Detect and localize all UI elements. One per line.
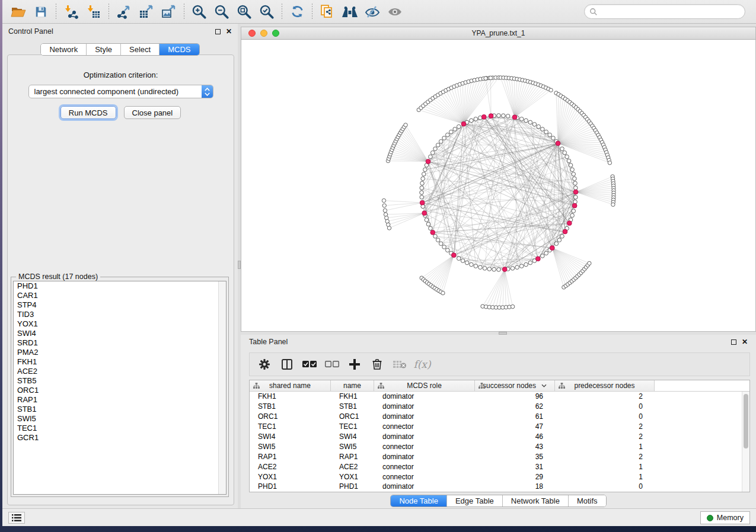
run-mcds-button[interactable]: Run MCDS: [60, 106, 116, 119]
hide-selection-eye-icon[interactable]: [361, 3, 384, 21]
mcds-result-item[interactable]: SWI5: [14, 414, 226, 424]
node-table[interactable]: shared namenameMCDS rolesuccessor nodesp…: [249, 380, 750, 492]
refresh-icon[interactable]: [286, 3, 308, 21]
table-row[interactable]: RAP1RAP1dominator352: [250, 451, 749, 462]
float-panel-icon[interactable]: [731, 339, 736, 345]
mcds-result-item[interactable]: RAP1: [14, 395, 226, 405]
open-file-icon[interactable]: [7, 3, 30, 21]
table-row[interactable]: TEC1TEC1connector472: [250, 422, 749, 432]
deselect-all-checkboxes-icon[interactable]: [322, 356, 342, 373]
close-panel-icon[interactable]: ✕: [226, 29, 232, 34]
mcds-result-item[interactable]: SRD1: [14, 338, 226, 348]
mcds-result-item[interactable]: SWI4: [14, 329, 226, 338]
close-panel-button[interactable]: Close panel: [124, 106, 181, 119]
table-cell: PHD1: [331, 482, 374, 491]
mcds-result-item[interactable]: ORC1: [14, 386, 226, 395]
dropdown-stepper-icon: [202, 85, 213, 98]
memory-button[interactable]: Memory: [700, 511, 750, 524]
clone-network-icon[interactable]: [316, 3, 339, 21]
export-table-icon[interactable]: [135, 3, 158, 21]
table-row[interactable]: STB1STB1dominator620: [250, 402, 749, 412]
tab-network[interactable]: Network: [41, 44, 87, 55]
mcds-list-scrollbar[interactable]: [218, 281, 226, 494]
table-row[interactable]: SWI4SWI4dominator462: [250, 432, 749, 442]
table-row[interactable]: ACE2ACE2connector311: [250, 462, 749, 472]
mcds-result-item[interactable]: PMA2: [14, 348, 226, 357]
mcds-result-item[interactable]: STP4: [14, 300, 226, 310]
right-column: YPA_prune.txt_1 Table Panel ✕: [241, 24, 756, 508]
table-scrollbar-thumb[interactable]: [744, 394, 748, 448]
mcds-result-item[interactable]: GCR1: [14, 433, 226, 443]
tab-edge-table[interactable]: Edge Table: [447, 495, 503, 507]
import-network-icon[interactable]: [60, 3, 82, 21]
tab-network-table[interactable]: Network Table: [503, 495, 569, 507]
delete-column-icon[interactable]: [367, 356, 387, 373]
add-column-icon[interactable]: [344, 356, 365, 373]
network-view[interactable]: [241, 40, 755, 331]
maximize-window-icon[interactable]: [272, 30, 279, 37]
table-row[interactable]: PHD1PHD1dominator180: [250, 482, 749, 492]
mcds-result-list[interactable]: PHD1CAR1STP4TID3YOX1SWI4SRD1PMA2FKH1ACE2…: [13, 281, 227, 495]
table-cell: dominator: [374, 412, 475, 421]
toolbar-separator: [282, 4, 282, 20]
split-columns-icon[interactable]: [277, 356, 297, 373]
table-scrollbar[interactable]: [742, 392, 749, 492]
close-window-icon[interactable]: [248, 30, 256, 37]
mcds-result-item[interactable]: TID3: [14, 310, 226, 319]
mcds-result-item[interactable]: STB5: [14, 376, 226, 386]
zoom-out-icon[interactable]: [210, 3, 233, 21]
settings-gear-icon[interactable]: [254, 356, 275, 373]
column-header-shared-name[interactable]: shared name: [250, 380, 331, 391]
mcds-result-item[interactable]: STB1: [14, 405, 226, 414]
zoom-selected-icon[interactable]: [256, 3, 278, 21]
export-image-icon[interactable]: [158, 3, 180, 21]
table-cell: 2: [555, 392, 655, 400]
table-cell: ORC1: [250, 412, 331, 421]
minimize-window-icon[interactable]: [260, 30, 267, 37]
mcds-result-item[interactable]: TEC1: [14, 424, 226, 433]
mcds-network-node: [481, 114, 486, 119]
zoom-fit-icon[interactable]: [233, 3, 256, 21]
zoom-in-icon[interactable]: [188, 3, 210, 21]
table-cell: ACE2: [331, 463, 374, 471]
table-row[interactable]: YOX1YOX1connector291: [250, 472, 749, 482]
mcds-result-item[interactable]: CAR1: [14, 291, 226, 300]
table-row[interactable]: SWI5SWI5connector431: [250, 441, 749, 451]
column-header-predecessor-nodes[interactable]: predecessor nodes: [555, 380, 655, 391]
table-cell: SWI4: [331, 432, 374, 441]
search-binoculars-icon[interactable]: [339, 3, 361, 21]
table-row[interactable]: FKH1FKH1dominator962: [250, 392, 749, 402]
tab-motifs[interactable]: Motifs: [569, 495, 606, 507]
mcds-network-node: [535, 257, 540, 261]
mcds-result-item[interactable]: PHD1: [14, 281, 226, 291]
table-cell: connector: [374, 422, 475, 431]
mcds-result-item[interactable]: ACE2: [14, 367, 226, 376]
mcds-result-item[interactable]: YOX1: [14, 319, 226, 329]
task-history-button[interactable]: [8, 512, 25, 524]
mcds-result-item[interactable]: FKH1: [14, 357, 226, 367]
network-window-titlebar[interactable]: YPA_prune.txt_1: [241, 27, 755, 40]
save-session-icon[interactable]: [30, 3, 52, 21]
column-header-name[interactable]: name: [331, 380, 374, 391]
tab-node-table[interactable]: Node Table: [391, 495, 447, 507]
column-header-successor-nodes[interactable]: successor nodes: [475, 380, 555, 391]
table-cell: TEC1: [331, 422, 374, 431]
show-all-eye-icon[interactable]: [384, 3, 406, 21]
table-row[interactable]: ORC1ORC1dominator610: [250, 412, 749, 422]
float-panel-icon[interactable]: [215, 29, 221, 34]
network-graph[interactable]: [241, 40, 755, 331]
close-panel-icon[interactable]: ✕: [742, 339, 748, 345]
toolbar-search[interactable]: [584, 4, 745, 19]
export-network-icon[interactable]: [113, 3, 135, 21]
criterion-dropdown[interactable]: largest connected component (undirected): [28, 85, 213, 98]
column-header-MCDS-role[interactable]: MCDS role: [374, 380, 475, 391]
search-input[interactable]: [598, 8, 740, 16]
column-header-empty: [655, 380, 749, 391]
table-cell: SWI4: [250, 432, 331, 441]
tab-style[interactable]: Style: [87, 44, 121, 55]
import-table-icon[interactable]: [82, 3, 105, 21]
tab-select[interactable]: Select: [121, 44, 160, 55]
select-all-checkboxes-icon[interactable]: [299, 356, 320, 373]
tab-mcds[interactable]: MCDS: [160, 44, 199, 55]
function-builder-icon: f(x): [412, 356, 432, 373]
